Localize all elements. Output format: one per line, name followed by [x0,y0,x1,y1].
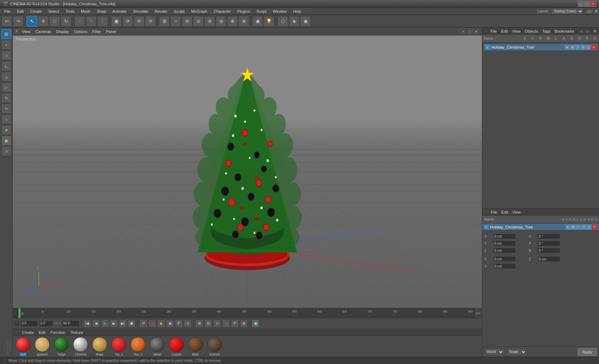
brush-tool[interactable]: ⊕ [1,125,11,135]
x-pos-input[interactable] [493,233,516,239]
go-end-btn[interactable]: ▶| [119,320,127,327]
scene-object-item[interactable]: L Holiday_Christmas_Tree ● ⊕ □ ⊙ △ ✕ [484,44,598,50]
mode-btn[interactable]: ⊟ [204,320,212,327]
vp-add-btn[interactable]: + [461,29,466,34]
scale-tool-btn[interactable]: ✛ [38,16,49,27]
sz-input[interactable] [537,256,560,262]
cylinder-btn[interactable]: ⊘ [182,16,192,27]
magnet-tool[interactable]: ⌂ [1,114,11,124]
menu-script[interactable]: Script [254,9,269,14]
mat-texture-menu[interactable]: Texture [69,330,84,335]
attr-ctrl1[interactable]: ● [565,225,570,230]
minimize-btn[interactable]: — [578,1,583,7]
end-frame-input[interactable] [62,320,79,327]
menu-tools[interactable]: Tools [62,9,77,14]
layout-icon[interactable]: ⊞ [595,9,598,13]
rm-file-menu[interactable]: File [489,28,498,34]
menu-create[interactable]: Create [27,9,45,14]
snap-btn[interactable]: ⊞ [196,320,203,327]
transform-btn[interactable]: ↻ [61,16,71,27]
material-metal[interactable]: Metal [148,337,166,356]
rotate-tool-btn[interactable]: □ [49,16,60,27]
material-toy2[interactable]: Toy_2 [129,337,147,356]
rm-icon1[interactable]: ◁ [578,28,584,34]
menu-snap[interactable]: Snap [94,9,109,14]
menu-render[interactable]: Render [152,9,170,14]
z-axis-btn[interactable]: Z [97,16,108,27]
obj-ctrl2[interactable]: ⊕ [570,45,575,50]
rm-edit-menu[interactable]: Edit [500,28,509,34]
menu-file[interactable]: File [1,9,13,14]
go-next-btn[interactable]: ▶ [110,320,118,327]
vp-filter-menu[interactable]: Filter [90,29,103,34]
layer-tool[interactable]: ▣ [1,136,11,145]
mat-create-menu[interactable]: Create [21,330,35,335]
go-start-btn[interactable]: |◀ [83,320,91,327]
light-btn[interactable]: 💡 [264,16,274,27]
restore-btn[interactable]: □ [584,1,590,7]
undo-btn[interactable]: ↩ [1,16,12,27]
rm-objects-menu[interactable]: Objects [523,28,539,34]
scale-tool[interactable]: ▷ [1,82,11,92]
obj-ctrl3[interactable]: □ [575,45,580,50]
mode3-btn[interactable]: ○ [222,320,230,327]
knife-tool[interactable]: ✂ [1,104,11,114]
menu-help[interactable]: Help [290,9,304,14]
mat-edit-menu[interactable]: Edit [37,330,47,335]
rm-view-menu[interactable]: View [511,28,522,34]
move-tool[interactable]: △ [1,72,11,82]
material-bark[interactable]: Bark [187,337,204,356]
layout-arrow-right[interactable]: ▷ [589,9,593,14]
current-frame-input2[interactable] [39,320,53,327]
title-controls[interactable]: — □ ✕ [578,1,596,7]
layout-arrow-left[interactable]: ◁ [586,9,589,14]
vp-cameras-menu[interactable]: Cameras [33,29,54,34]
obj-close[interactable]: ✕ [591,45,596,50]
record2-btn[interactable]: ⊙ [184,320,192,327]
vp-options-menu[interactable]: Options [72,29,89,34]
loop-btn[interactable]: ↺ [139,320,147,327]
redo-btn[interactable]: ↪ [13,16,23,27]
current-frame-input[interactable] [20,320,38,327]
render-region-btn[interactable]: ▣ [111,16,122,27]
move-tool-btn[interactable]: ↖ [27,16,37,27]
material-bell[interactable]: Bell [14,337,32,356]
coord-system-select[interactable]: World Local Object [484,348,504,355]
sx-input[interactable] [493,256,516,262]
vp-grip[interactable]: ⠿ [14,29,19,34]
marker-btn[interactable]: ◆ [157,320,165,327]
rm-icon3[interactable]: ⊕ [592,28,598,34]
attr-ctrl3[interactable]: □ [576,225,581,230]
y-pos-input[interactable] [493,241,516,246]
play-btn[interactable]: ▶ [101,320,109,327]
material-rope[interactable]: Rope [91,337,109,356]
material-twigs[interactable]: Twigs [53,337,70,356]
rm-bookmarks-menu[interactable]: Bookmarks [553,28,576,34]
mode4-btn[interactable]: P [231,320,239,327]
viewport-3d[interactable]: X Y Z Perspective [13,35,482,308]
floor-btn[interactable]: ⬡ [277,16,288,27]
x-axis-btn[interactable]: ✕ [75,16,85,27]
z-pos-input[interactable] [493,248,516,253]
record-btn[interactable]: ⏹ [128,320,136,327]
camera-btn[interactable]: ◉ [252,16,263,27]
obj-ctrl1[interactable]: ● [565,45,570,50]
material-garland[interactable]: garland [33,337,51,356]
vp-close-btn[interactable]: ✕ [473,29,479,34]
apply-button[interactable]: Apply [578,348,597,356]
render-settings-btn[interactable]: ⟳ [145,16,156,27]
material-toy1[interactable]: Toy_1 [110,337,128,356]
effector-btn[interactable]: ⊗ [238,16,249,27]
extra-tool[interactable]: ⊙ [1,146,11,156]
sky-btn[interactable]: ◈ [289,16,300,27]
layout-select[interactable]: Startup (User) [551,8,583,15]
attr-ctrl2[interactable]: ⊕ [571,225,576,230]
rm-icon2[interactable]: ▷ [586,28,591,34]
obj-ctrl4[interactable]: ⊙ [581,45,586,50]
spline-btn[interactable]: ⊚ [204,16,215,27]
physical-sky-btn[interactable]: ◉ [300,16,311,27]
transform-mode-select[interactable]: Scale Move Rotate [507,348,527,355]
go-prev-btn[interactable]: ◀ [92,320,100,327]
menu-character[interactable]: Character [211,9,233,14]
close-btn[interactable]: ✕ [590,1,596,7]
